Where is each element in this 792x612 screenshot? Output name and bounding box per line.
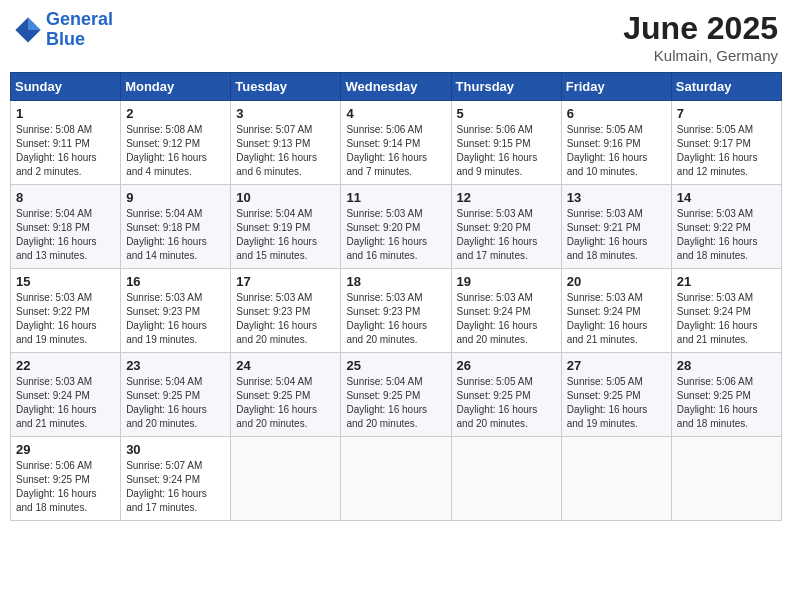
svg-marker-1	[28, 17, 41, 30]
day-info: Sunrise: 5:03 AM Sunset: 9:23 PM Dayligh…	[236, 291, 335, 347]
weekday-header: Monday	[121, 73, 231, 101]
calendar-cell: 2Sunrise: 5:08 AM Sunset: 9:12 PM Daylig…	[121, 101, 231, 185]
calendar-cell: 30Sunrise: 5:07 AM Sunset: 9:24 PM Dayli…	[121, 437, 231, 521]
day-number: 13	[567, 190, 666, 205]
logo: General Blue	[14, 10, 113, 50]
day-number: 25	[346, 358, 445, 373]
weekday-header: Friday	[561, 73, 671, 101]
day-number: 29	[16, 442, 115, 457]
day-info: Sunrise: 5:06 AM Sunset: 9:25 PM Dayligh…	[677, 375, 776, 431]
logo-text: General Blue	[46, 10, 113, 50]
calendar-cell: 25Sunrise: 5:04 AM Sunset: 9:25 PM Dayli…	[341, 353, 451, 437]
day-info: Sunrise: 5:06 AM Sunset: 9:25 PM Dayligh…	[16, 459, 115, 515]
calendar-cell: 23Sunrise: 5:04 AM Sunset: 9:25 PM Dayli…	[121, 353, 231, 437]
calendar-week-row: 22Sunrise: 5:03 AM Sunset: 9:24 PM Dayli…	[11, 353, 782, 437]
calendar-cell: 8Sunrise: 5:04 AM Sunset: 9:18 PM Daylig…	[11, 185, 121, 269]
day-info: Sunrise: 5:04 AM Sunset: 9:25 PM Dayligh…	[346, 375, 445, 431]
day-number: 22	[16, 358, 115, 373]
weekday-header: Wednesday	[341, 73, 451, 101]
day-info: Sunrise: 5:05 AM Sunset: 9:25 PM Dayligh…	[567, 375, 666, 431]
calendar-cell: 12Sunrise: 5:03 AM Sunset: 9:20 PM Dayli…	[451, 185, 561, 269]
day-number: 20	[567, 274, 666, 289]
calendar-cell: 16Sunrise: 5:03 AM Sunset: 9:23 PM Dayli…	[121, 269, 231, 353]
calendar-week-row: 1Sunrise: 5:08 AM Sunset: 9:11 PM Daylig…	[11, 101, 782, 185]
day-number: 12	[457, 190, 556, 205]
calendar-cell: 19Sunrise: 5:03 AM Sunset: 9:24 PM Dayli…	[451, 269, 561, 353]
day-info: Sunrise: 5:03 AM Sunset: 9:21 PM Dayligh…	[567, 207, 666, 263]
weekday-header-row: SundayMondayTuesdayWednesdayThursdayFrid…	[11, 73, 782, 101]
calendar-title: June 2025	[623, 10, 778, 47]
calendar-cell: 1Sunrise: 5:08 AM Sunset: 9:11 PM Daylig…	[11, 101, 121, 185]
day-info: Sunrise: 5:03 AM Sunset: 9:24 PM Dayligh…	[677, 291, 776, 347]
day-info: Sunrise: 5:03 AM Sunset: 9:23 PM Dayligh…	[126, 291, 225, 347]
day-info: Sunrise: 5:05 AM Sunset: 9:25 PM Dayligh…	[457, 375, 556, 431]
day-info: Sunrise: 5:08 AM Sunset: 9:11 PM Dayligh…	[16, 123, 115, 179]
day-number: 3	[236, 106, 335, 121]
calendar-week-row: 8Sunrise: 5:04 AM Sunset: 9:18 PM Daylig…	[11, 185, 782, 269]
calendar-cell: 15Sunrise: 5:03 AM Sunset: 9:22 PM Dayli…	[11, 269, 121, 353]
day-number: 24	[236, 358, 335, 373]
day-number: 7	[677, 106, 776, 121]
day-number: 30	[126, 442, 225, 457]
day-info: Sunrise: 5:04 AM Sunset: 9:18 PM Dayligh…	[16, 207, 115, 263]
day-number: 2	[126, 106, 225, 121]
day-number: 21	[677, 274, 776, 289]
calendar-cell: 11Sunrise: 5:03 AM Sunset: 9:20 PM Dayli…	[341, 185, 451, 269]
calendar-cell: 22Sunrise: 5:03 AM Sunset: 9:24 PM Dayli…	[11, 353, 121, 437]
day-info: Sunrise: 5:05 AM Sunset: 9:16 PM Dayligh…	[567, 123, 666, 179]
day-number: 19	[457, 274, 556, 289]
day-info: Sunrise: 5:03 AM Sunset: 9:22 PM Dayligh…	[16, 291, 115, 347]
day-number: 26	[457, 358, 556, 373]
day-number: 27	[567, 358, 666, 373]
day-number: 15	[16, 274, 115, 289]
day-number: 28	[677, 358, 776, 373]
calendar-cell	[671, 437, 781, 521]
weekday-header: Saturday	[671, 73, 781, 101]
logo-line1: General	[46, 9, 113, 29]
calendar-cell: 27Sunrise: 5:05 AM Sunset: 9:25 PM Dayli…	[561, 353, 671, 437]
day-number: 18	[346, 274, 445, 289]
calendar-body: 1Sunrise: 5:08 AM Sunset: 9:11 PM Daylig…	[11, 101, 782, 521]
day-info: Sunrise: 5:07 AM Sunset: 9:24 PM Dayligh…	[126, 459, 225, 515]
day-info: Sunrise: 5:03 AM Sunset: 9:23 PM Dayligh…	[346, 291, 445, 347]
day-info: Sunrise: 5:07 AM Sunset: 9:13 PM Dayligh…	[236, 123, 335, 179]
weekday-header: Sunday	[11, 73, 121, 101]
calendar-cell: 6Sunrise: 5:05 AM Sunset: 9:16 PM Daylig…	[561, 101, 671, 185]
day-info: Sunrise: 5:04 AM Sunset: 9:18 PM Dayligh…	[126, 207, 225, 263]
calendar-cell: 7Sunrise: 5:05 AM Sunset: 9:17 PM Daylig…	[671, 101, 781, 185]
logo-line2: Blue	[46, 29, 85, 49]
calendar-week-row: 15Sunrise: 5:03 AM Sunset: 9:22 PM Dayli…	[11, 269, 782, 353]
calendar-cell	[341, 437, 451, 521]
day-number: 11	[346, 190, 445, 205]
calendar-cell: 4Sunrise: 5:06 AM Sunset: 9:14 PM Daylig…	[341, 101, 451, 185]
day-number: 4	[346, 106, 445, 121]
day-number: 6	[567, 106, 666, 121]
title-section: June 2025 Kulmain, Germany	[623, 10, 778, 64]
calendar-table: SundayMondayTuesdayWednesdayThursdayFrid…	[10, 72, 782, 521]
calendar-cell: 9Sunrise: 5:04 AM Sunset: 9:18 PM Daylig…	[121, 185, 231, 269]
page-header: General Blue June 2025 Kulmain, Germany	[10, 10, 782, 64]
calendar-cell: 21Sunrise: 5:03 AM Sunset: 9:24 PM Dayli…	[671, 269, 781, 353]
calendar-cell: 24Sunrise: 5:04 AM Sunset: 9:25 PM Dayli…	[231, 353, 341, 437]
calendar-cell: 18Sunrise: 5:03 AM Sunset: 9:23 PM Dayli…	[341, 269, 451, 353]
day-number: 5	[457, 106, 556, 121]
weekday-header: Thursday	[451, 73, 561, 101]
logo-icon	[14, 16, 42, 44]
calendar-cell: 26Sunrise: 5:05 AM Sunset: 9:25 PM Dayli…	[451, 353, 561, 437]
day-info: Sunrise: 5:03 AM Sunset: 9:24 PM Dayligh…	[567, 291, 666, 347]
calendar-cell: 14Sunrise: 5:03 AM Sunset: 9:22 PM Dayli…	[671, 185, 781, 269]
calendar-cell: 10Sunrise: 5:04 AM Sunset: 9:19 PM Dayli…	[231, 185, 341, 269]
day-number: 1	[16, 106, 115, 121]
day-number: 16	[126, 274, 225, 289]
day-info: Sunrise: 5:04 AM Sunset: 9:25 PM Dayligh…	[236, 375, 335, 431]
day-info: Sunrise: 5:06 AM Sunset: 9:15 PM Dayligh…	[457, 123, 556, 179]
day-number: 8	[16, 190, 115, 205]
day-info: Sunrise: 5:04 AM Sunset: 9:25 PM Dayligh…	[126, 375, 225, 431]
calendar-cell: 17Sunrise: 5:03 AM Sunset: 9:23 PM Dayli…	[231, 269, 341, 353]
calendar-cell: 29Sunrise: 5:06 AM Sunset: 9:25 PM Dayli…	[11, 437, 121, 521]
day-info: Sunrise: 5:06 AM Sunset: 9:14 PM Dayligh…	[346, 123, 445, 179]
day-info: Sunrise: 5:03 AM Sunset: 9:20 PM Dayligh…	[346, 207, 445, 263]
calendar-cell: 5Sunrise: 5:06 AM Sunset: 9:15 PM Daylig…	[451, 101, 561, 185]
day-number: 10	[236, 190, 335, 205]
calendar-cell: 3Sunrise: 5:07 AM Sunset: 9:13 PM Daylig…	[231, 101, 341, 185]
